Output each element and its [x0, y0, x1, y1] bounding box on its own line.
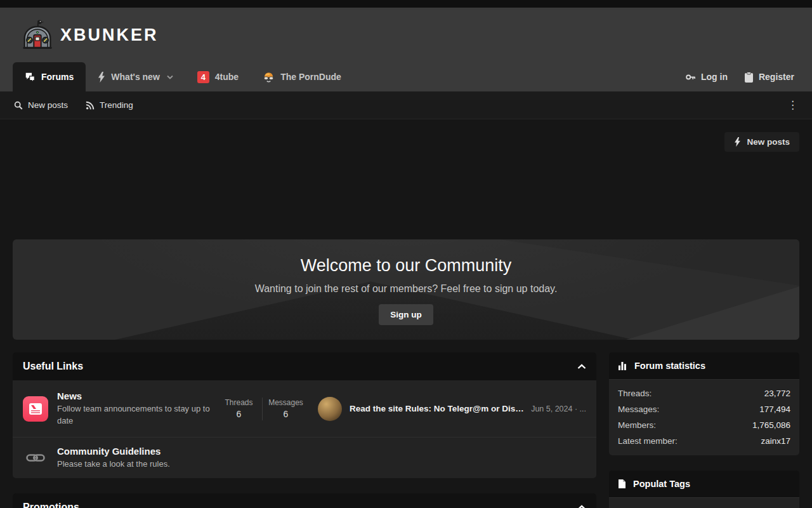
forum-statistics-header: Forum statistics — [609, 352, 799, 380]
main-nav: Forums What's new 4 4tube — [0, 62, 812, 91]
tab-forums[interactable]: Forums — [13, 62, 86, 91]
register-link[interactable]: Register — [744, 72, 794, 83]
chevron-down-icon — [167, 75, 173, 79]
stat-row-members: Members: 1,765,086 — [618, 417, 790, 433]
node-stats: Threads 6 Messages 6 — [216, 398, 309, 420]
site-header: XBUNKER Forums What's new 4 4tube — [0, 8, 812, 91]
tab-porndude-label: The PornDude — [280, 72, 341, 82]
tab-4tube[interactable]: 4 4tube — [185, 62, 251, 91]
subnav-new-posts[interactable]: New posts — [14, 100, 68, 110]
stat-row-latest-member: Latest member: zainx17 — [618, 433, 790, 449]
useful-links-title: Useful Links — [23, 361, 83, 372]
link-icon — [26, 453, 45, 463]
stat-value: 1,765,086 — [752, 420, 790, 430]
popular-tags-title: Populat Tags — [633, 479, 690, 489]
bar-chart-icon — [618, 361, 627, 370]
overflow-menu-icon[interactable]: ⋮ — [787, 100, 798, 110]
login-link[interactable]: Log in — [685, 72, 728, 83]
forum-node-row-guidelines[interactable]: Community Guidelines Please take a look … — [13, 437, 596, 478]
popular-tags-block: Populat Tags — [609, 471, 799, 508]
stat-label: Latest member: — [618, 436, 678, 446]
subnav-trending-label: Trending — [100, 100, 133, 110]
top-strip — [0, 0, 812, 8]
register-label: Register — [759, 72, 794, 82]
lightning-icon — [98, 72, 105, 83]
porndude-icon — [263, 72, 275, 83]
4tube-icon: 4 — [197, 71, 209, 83]
node-title-news[interactable]: News — [57, 391, 216, 401]
node-description-guidelines: Please take a look at the rules. — [57, 458, 170, 471]
stat-row-messages: Messages: 177,494 — [618, 401, 790, 417]
subnav-trending[interactable]: Trending — [86, 100, 133, 110]
tab-whats-new-label: What's new — [111, 72, 159, 82]
promotions-block: Promotions — [13, 493, 596, 508]
main-column: Useful Links — [13, 352, 596, 508]
sign-up-button[interactable]: Sign up — [379, 304, 433, 325]
search-icon — [14, 101, 23, 110]
tab-porndude[interactable]: The PornDude — [251, 62, 353, 91]
messages-label: Messages — [263, 398, 309, 407]
subnav-new-posts-label: New posts — [28, 100, 68, 110]
popular-tags-header: Populat Tags — [609, 471, 799, 498]
stat-label: Messages: — [618, 404, 659, 414]
logo-row: XBUNKER — [0, 8, 812, 62]
chevron-up-icon[interactable] — [577, 364, 586, 370]
stat-label: Members: — [618, 420, 656, 430]
promotions-title: Promotions — [23, 502, 79, 508]
welcome-banner: Welcome to our Community Wanting to join… — [13, 239, 799, 340]
key-icon — [685, 72, 696, 83]
tab-whats-new[interactable]: What's new — [86, 62, 185, 91]
brand-wordmark[interactable]: XBUNKER — [60, 25, 159, 45]
news-icon — [23, 396, 48, 422]
page-content: New posts Welcome to our Community Wanti… — [0, 132, 812, 508]
forums-chat-icon — [25, 72, 36, 83]
rss-icon — [86, 101, 95, 110]
tab-4tube-label: 4tube — [215, 72, 239, 82]
chevron-up-icon[interactable] — [577, 505, 586, 508]
last-post-title[interactable]: Read the site Rules: No Telegr@m or Disc… — [350, 404, 527, 413]
stat-row-threads: Threads: 23,772 — [618, 385, 790, 401]
stat-label: Threads: — [618, 389, 652, 398]
document-icon — [618, 479, 626, 489]
last-post-meta: Jun 5, 2024 · ... — [531, 404, 586, 413]
useful-links-block: Useful Links — [13, 352, 596, 478]
node-description-news: Follow team announcements to stay up to … — [57, 403, 216, 427]
last-post: Read the site Rules: No Telegr@m or Disc… — [318, 397, 586, 421]
forum-node-row-news[interactable]: News Follow team announcements to stay u… — [13, 380, 596, 437]
new-posts-button-label: New posts — [747, 137, 790, 147]
auth-links: Log in Register — [685, 62, 799, 91]
clipboard-icon — [744, 72, 754, 83]
tab-forums-label: Forums — [41, 72, 74, 82]
lightning-icon — [734, 137, 741, 147]
forum-statistics-block: Forum statistics Threads: 23,772 Message… — [609, 352, 799, 455]
sub-nav: New posts Trending ⋮ — [0, 91, 812, 119]
threads-value: 6 — [216, 409, 262, 419]
threads-label: Threads — [216, 398, 262, 407]
new-posts-button[interactable]: New posts — [724, 132, 799, 152]
promotions-header[interactable]: Promotions — [13, 493, 596, 508]
stat-value: 23,772 — [764, 389, 790, 398]
stat-value: 177,494 — [759, 404, 790, 414]
stat-value[interactable]: zainx17 — [761, 436, 790, 446]
useful-links-header[interactable]: Useful Links — [13, 352, 596, 380]
login-label: Log in — [701, 72, 728, 82]
banner-title: Welcome to our Community — [13, 256, 799, 276]
forum-statistics-title: Forum statistics — [634, 361, 705, 371]
banner-subtitle: Wanting to join the rest of our members?… — [13, 283, 799, 295]
messages-value: 6 — [263, 409, 309, 419]
node-title-guidelines[interactable]: Community Guidelines — [57, 446, 170, 457]
xbunker-logo-icon[interactable] — [21, 18, 54, 52]
sidebar: Forum statistics Threads: 23,772 Message… — [609, 352, 799, 508]
last-post-avatar[interactable] — [318, 397, 342, 421]
